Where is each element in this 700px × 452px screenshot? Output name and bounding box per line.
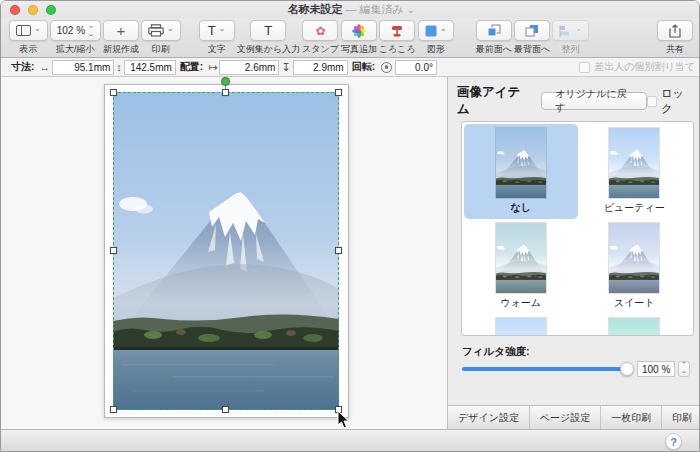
- toolbar-item-bring-front: 最前面へ: [476, 20, 512, 56]
- filter-option-beauty[interactable]: ビューティー: [578, 124, 692, 219]
- filter-option-warm[interactable]: ウォーム: [464, 219, 578, 314]
- edited-status: — 編集済み: [346, 3, 404, 15]
- rotation-label: 回転:: [352, 60, 375, 74]
- new-document-button[interactable]: +: [103, 20, 139, 41]
- rotation-field[interactable]: 0.0°: [395, 60, 437, 75]
- checkbox-icon: [579, 62, 590, 73]
- size-label: 寸法:: [11, 60, 34, 74]
- filter-strength-label: フィルタ強度:: [462, 345, 529, 359]
- position-label: 配置:: [180, 60, 203, 74]
- window-title: 名称未設定 — 編集済み ⌄: [1, 2, 700, 17]
- height-field[interactable]: 142.5mm: [124, 60, 176, 75]
- titlebar: 名称未設定 — 編集済み ⌄: [1, 1, 700, 18]
- width-field[interactable]: 95.1mm: [52, 60, 114, 75]
- align-button[interactable]: ⌄: [552, 20, 589, 41]
- lock-label: ロック: [661, 86, 693, 116]
- send-to-back-button[interactable]: [514, 20, 550, 41]
- dimension-bar: 寸法: ↔ 95.1mm ↕ 142.5mm 配置: ↦ 2.6mm ↧ 2.9…: [1, 58, 700, 77]
- chevron-down-icon: ⌄: [34, 26, 41, 32]
- design-settings-button[interactable]: デザイン設定: [448, 406, 530, 429]
- help-button[interactable]: ?: [665, 433, 682, 450]
- panel-footer: デザイン設定 ページ設定 一枚印刷 印刷: [448, 405, 700, 429]
- toolbar-item-add-photo: 写真追加: [341, 20, 377, 56]
- add-photo-button[interactable]: [341, 20, 377, 41]
- text-T-icon: T: [208, 23, 216, 38]
- toolbar-item-stamp: ✿ スタンプ: [302, 20, 339, 56]
- filter-option-partial-right[interactable]: [578, 314, 692, 336]
- toolbar-item-print: ⌄ 印刷: [141, 20, 181, 56]
- filter-strength-fill: [462, 367, 627, 371]
- filter-option-none[interactable]: なし: [464, 124, 578, 219]
- text-T-icon: T: [264, 23, 272, 38]
- rotation-icon: [381, 62, 392, 73]
- stamp-button[interactable]: ✿: [302, 20, 338, 41]
- toolbar-item-view: ⌄ 表示: [9, 20, 48, 56]
- text-button[interactable]: T ⌄: [199, 20, 235, 41]
- chevron-down-icon: ⌄: [219, 26, 226, 32]
- offset-x-field[interactable]: 2.6mm: [219, 60, 279, 75]
- height-arrow-icon: ↕: [116, 61, 122, 73]
- filter-strength-value[interactable]: 100 %: [637, 361, 675, 377]
- title-chevron-icon[interactable]: ⌄: [407, 5, 415, 15]
- offset-x-icon: ↦: [208, 61, 217, 74]
- toolbar-item-align: ⌄ 整列: [552, 20, 589, 56]
- zoom-value: 102 %: [57, 25, 85, 36]
- rotation-handle-stem: [225, 85, 226, 93]
- plus-icon: +: [117, 24, 126, 38]
- toolbar-item-share: 共有: [657, 20, 693, 56]
- share-button[interactable]: [657, 20, 693, 41]
- toolbar-item-roller: ころころ: [379, 20, 416, 56]
- toolbar-item-phrases: T 文例集から入力: [237, 20, 300, 56]
- zoom-stepper[interactable]: 102 % ⌃⌄: [50, 20, 101, 41]
- toolbar-item-send-back: 最背面へ: [514, 20, 550, 56]
- app-window: 名称未設定 — 編集済み ⌄ ⌄ 表示 102 % ⌃⌄ 拡大/縮小 + 新規作…: [0, 0, 700, 452]
- sender-assign-checkbox[interactable]: 差出人の個別割り当て: [579, 60, 695, 74]
- chevron-down-icon: ⌄: [575, 26, 582, 32]
- filter-strength-handle[interactable]: [620, 362, 634, 376]
- view-button[interactable]: ⌄: [9, 20, 48, 41]
- toolbar-item-zoom: 102 % ⌃⌄ 拡大/縮小: [50, 20, 101, 56]
- strength-stepper[interactable]: ⌃⌄: [678, 361, 690, 377]
- status-bar: ?: [1, 429, 700, 452]
- revert-original-button[interactable]: オリジナルに戻す: [541, 92, 646, 110]
- lock-checkbox[interactable]: ロック: [647, 86, 693, 116]
- filter-thumb-partial-left: [496, 318, 546, 336]
- sender-assign-label: 差出人の個別割り当て: [594, 60, 695, 74]
- design-canvas[interactable]: [1, 77, 447, 429]
- print-footer-button[interactable]: 印刷: [662, 406, 700, 429]
- single-print-button[interactable]: 一枚印刷: [601, 406, 662, 429]
- sidebar-view-icon: [16, 25, 31, 36]
- offset-y-field[interactable]: 2.9mm: [293, 60, 348, 75]
- shape-square-icon: [425, 25, 437, 37]
- shape-button[interactable]: ⌄: [418, 20, 454, 41]
- chevron-down-icon: ⌄: [440, 26, 447, 32]
- checkbox-icon: [647, 96, 657, 107]
- filter-list[interactable]: なし ビューティー ウォーム スイート: [461, 121, 694, 336]
- rotation-handle[interactable]: [221, 77, 230, 86]
- mouse-cursor-icon: [337, 410, 351, 430]
- bring-front-icon: [487, 24, 501, 37]
- print-button[interactable]: ⌄: [141, 20, 181, 41]
- filter-thumb-warm: [496, 223, 546, 293]
- image-item-panel: 画像アイテム オリジナルに戻す ロック フィルタ 編集 マスク 画像選択 なし: [447, 77, 700, 429]
- filter-strength-slider[interactable]: [462, 367, 627, 371]
- fuji-photo[interactable]: [113, 92, 339, 410]
- filter-grid: なし ビューティー ウォーム スイート: [462, 122, 693, 336]
- filter-thumb-beauty: [609, 128, 659, 198]
- filter-option-partial-left[interactable]: [464, 314, 578, 336]
- width-arrow-icon: ↔: [39, 61, 50, 73]
- share-icon: [669, 24, 681, 38]
- phrase-input-button[interactable]: T: [250, 20, 286, 41]
- panel-title: 画像アイテム: [457, 84, 529, 118]
- bring-to-front-button[interactable]: [476, 20, 512, 41]
- send-back-icon: [525, 24, 539, 37]
- content-area: 画像アイテム オリジナルに戻す ロック フィルタ 編集 マスク 画像選択 なし: [1, 77, 700, 429]
- toolbar-item-text: T ⌄ 文字: [199, 20, 235, 56]
- toolbar-item-new: + 新規作成: [103, 20, 139, 56]
- page-settings-button[interactable]: ページ設定: [530, 406, 601, 429]
- filter-option-sweet[interactable]: スイート: [578, 219, 692, 314]
- toolbar: ⌄ 表示 102 % ⌃⌄ 拡大/縮小 + 新規作成: [1, 18, 700, 58]
- paint-roller-icon: [390, 24, 404, 38]
- roller-button[interactable]: [379, 20, 415, 41]
- chevron-down-icon: ⌄: [167, 26, 174, 32]
